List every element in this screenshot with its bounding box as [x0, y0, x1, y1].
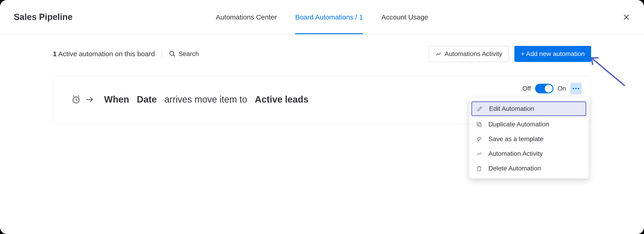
dropdown-item-activity[interactable]: Automation Activity	[469, 146, 588, 161]
search-icon	[169, 50, 176, 57]
more-options-dropdown: Edit Automation Duplicate Automation Sav…	[469, 98, 588, 178]
search-button[interactable]: Search	[169, 50, 199, 58]
pin-icon	[476, 136, 483, 142]
more-options-button[interactable]	[570, 83, 582, 94]
dropdown-item-duplicate[interactable]: Duplicate Automation	[469, 117, 588, 132]
tab-account-usage[interactable]: Account Usage	[381, 0, 428, 34]
activity-icon	[436, 51, 442, 57]
close-icon	[622, 13, 630, 21]
arrow-right-icon	[85, 95, 94, 104]
recipe-text[interactable]: When Date arrives move item to Active le…	[104, 94, 308, 105]
alarm-clock-icon	[72, 95, 81, 104]
duplicate-icon	[476, 121, 483, 127]
board-title: Sales Pipeline	[14, 12, 73, 22]
dropdown-item-label: Duplicate Automation	[488, 121, 549, 128]
dropdown-item-edit[interactable]: Edit Automation	[472, 101, 586, 116]
dropdown-item-save-template[interactable]: Save as a template	[469, 132, 588, 146]
svg-rect-3	[477, 122, 480, 125]
more-icon	[573, 88, 579, 89]
tab-board-automations[interactable]: Board Automations / 1	[295, 0, 363, 34]
add-new-automation-button[interactable]: + Add new automation	[514, 46, 591, 62]
toggle-knob	[545, 85, 552, 93]
dropdown-item-label: Edit Automation	[489, 105, 534, 113]
dropdown-item-label: Delete Automation	[488, 165, 541, 172]
close-button[interactable]	[622, 13, 630, 21]
active-count-text: 1 Active automation on this board	[53, 50, 155, 58]
divider	[162, 50, 162, 58]
tabs: Automations Center Board Automations / 1…	[216, 0, 428, 34]
pencil-icon	[476, 106, 484, 112]
svg-point-0	[170, 51, 174, 56]
automation-toggle[interactable]	[535, 84, 554, 93]
search-label: Search	[178, 50, 199, 58]
toggle-off-label: Off	[522, 85, 531, 92]
trash-icon	[476, 165, 483, 172]
automations-activity-button[interactable]: Automations Activity	[429, 46, 509, 62]
activity-icon	[476, 150, 483, 157]
toggle-on-label: On	[558, 85, 566, 92]
dropdown-item-delete[interactable]: Delete Automation	[469, 161, 588, 176]
activity-button-label: Automations Activity	[445, 50, 502, 58]
svg-rect-2	[478, 123, 481, 126]
add-button-label: + Add new automation	[521, 50, 585, 58]
dropdown-item-label: Automation Activity	[488, 150, 543, 157]
automation-card: Off On When Date	[53, 76, 591, 124]
tab-automations-center[interactable]: Automations Center	[216, 0, 277, 34]
dropdown-item-label: Save as a template	[488, 135, 544, 143]
